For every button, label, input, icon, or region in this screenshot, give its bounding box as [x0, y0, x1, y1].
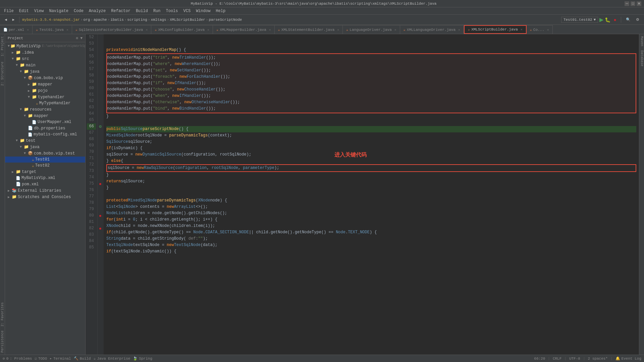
- menu-help[interactable]: Help: [213, 8, 228, 14]
- tree-item-mybatisvip[interactable]: ▼ 📁 MyBatisVip E:\workspace\VipWorkSpace…: [5, 43, 85, 49]
- structure-panel-btn[interactable]: 2: Structure: [0, 60, 5, 88]
- menu-analyze[interactable]: Analyze: [86, 8, 108, 14]
- stop-button[interactable]: ■: [612, 17, 618, 22]
- tab-close-xmlstatement[interactable]: ✕: [337, 28, 339, 32]
- tree-item-dbproperties[interactable]: 📄 db.properties: [5, 125, 85, 131]
- breadcrumb-method[interactable]: parseScriptNode: [209, 18, 242, 22]
- tab-xmllanguage[interactable]: ☕ XMLLanguageDriver.java ✕: [400, 25, 464, 34]
- tree-item-target[interactable]: ▶ 📁 target: [5, 169, 85, 175]
- menu-build[interactable]: Build: [133, 8, 151, 14]
- tree-item-typehandler[interactable]: ▼ 📁 typehandler: [5, 94, 85, 100]
- status-crlf[interactable]: CRLF: [553, 357, 561, 361]
- menu-code[interactable]: Code: [71, 8, 86, 14]
- tree-item-external-libraries[interactable]: ▶ 📚 External Libraries: [5, 187, 85, 194]
- tree-item-test-java[interactable]: ▼ 📁 java: [5, 144, 85, 150]
- tab-co[interactable]: ☕ Co... ✕: [527, 25, 553, 34]
- menu-refactor[interactable]: Refactor: [108, 8, 133, 14]
- run-config-dropdown-icon[interactable]: ▼: [594, 18, 596, 22]
- breadcrumb-org[interactable]: org: [84, 18, 90, 22]
- menu-vcs[interactable]: VCS: [181, 8, 194, 14]
- tab-per-xml[interactable]: 📄 per.xml ✕: [0, 25, 33, 34]
- tab-xmlstatement[interactable]: ☕ XMLStatementBuilder.java ✕: [275, 25, 343, 34]
- tree-item-resources[interactable]: ▼ 📁 resources: [5, 106, 85, 113]
- settings-button[interactable]: ⚙: [634, 17, 641, 22]
- minimize-button[interactable]: ─: [625, 1, 629, 6]
- tree-item-test[interactable]: ▼ 📁 test: [5, 137, 85, 144]
- status-event-log[interactable]: 🔔 Event Log: [615, 356, 641, 361]
- project-panel-settings[interactable]: ⚙ ▼: [76, 36, 83, 40]
- tree-item-idea[interactable]: ▶ 📁 .idea: [5, 49, 85, 56]
- maven-panel-btn[interactable]: Maven: [639, 34, 644, 48]
- maximize-button[interactable]: □: [631, 1, 635, 6]
- status-indent[interactable]: 2 spaces*: [588, 357, 608, 361]
- status-todo[interactable]: ☑ TODO: [35, 356, 47, 361]
- breadcrumb-project[interactable]: mybatis-3.5.4-snapshot.jar: [22, 18, 80, 22]
- tab-close-co[interactable]: ✕: [547, 28, 549, 32]
- code-content[interactable]: private void initNodeHandlerMap() { node…: [104, 34, 639, 355]
- tree-item-test02[interactable]: ☕ Test02: [5, 163, 85, 169]
- tab-close-xmlscript[interactable]: ✕: [521, 27, 523, 32]
- tab-close-languagedriver[interactable]: ✕: [394, 28, 396, 32]
- menu-run[interactable]: Run: [151, 8, 163, 14]
- tab-test01[interactable]: ☕ Test01.java ✕: [33, 25, 72, 34]
- database-panel-btn[interactable]: Database: [639, 48, 644, 68]
- tab-close-test01[interactable]: ✕: [66, 28, 68, 32]
- tree-item-resources-mapper[interactable]: ▼ 📁 mapper: [5, 113, 85, 119]
- status-encoding[interactable]: UTF-8: [569, 357, 580, 361]
- tab-close-xmlconfig[interactable]: ✕: [207, 28, 209, 32]
- tree-item-package[interactable]: ▼ 📦 com.bobo.vip: [5, 75, 85, 81]
- menu-navigate[interactable]: Navigate: [46, 8, 71, 14]
- tab-xmlconfig[interactable]: ☕ XMLConfigBuilder.java ✕: [151, 25, 213, 34]
- tree-item-mybatisconfig[interactable]: 📄 mybatis-config.xml: [5, 131, 85, 137]
- menu-edit[interactable]: Edit: [16, 8, 32, 14]
- tab-xmlscript[interactable]: ☕ XMLScriptBuilder.java ✕: [464, 25, 527, 34]
- status-position[interactable]: 66:20: [534, 357, 545, 361]
- search-everywhere-button[interactable]: 🔍: [624, 17, 633, 22]
- status-spring[interactable]: 🍃 Spring: [133, 356, 152, 361]
- run-button[interactable]: ▶: [599, 16, 603, 23]
- tab-sqlsession[interactable]: ☕ SqlSessionFactoryBuilder.java ✕: [72, 25, 152, 34]
- tab-close-xmllanguage[interactable]: ✕: [458, 28, 460, 32]
- menu-tools[interactable]: Tools: [163, 8, 181, 14]
- toolbar-forward[interactable]: ▶: [10, 17, 17, 22]
- tree-item-src[interactable]: ▼ 📁 src: [5, 56, 85, 62]
- menu-window[interactable]: Window: [193, 8, 213, 14]
- breadcrumb-class[interactable]: XMLScriptBuilder: [170, 18, 205, 22]
- tree-item-mybatisvip-xml[interactable]: 📄 MyBatisVip.xml: [5, 175, 85, 181]
- toolbar-back[interactable]: ◀: [3, 17, 9, 22]
- tree-item-scratches[interactable]: ▶ 📁 Scratches and Consoles: [5, 194, 85, 200]
- close-button[interactable]: ✕: [637, 1, 641, 6]
- tab-xmlmapper[interactable]: ☕ XMLMapperBuilder.java ✕: [213, 25, 275, 34]
- tree-item-java[interactable]: ▼ 📁 java: [5, 68, 85, 75]
- tab-languagedriver-icon: ☕: [346, 28, 348, 32]
- tab-close-per-xml[interactable]: ✕: [27, 28, 29, 32]
- tree-item-mapper[interactable]: ▶ 📁 mapper: [5, 81, 85, 87]
- breadcrumb-apache[interactable]: apache: [94, 18, 107, 22]
- tree-item-test-package[interactable]: ▼ 📦 com.bobo.vip.test: [5, 150, 85, 157]
- status-java-enterprise[interactable]: ☕ Java Enterprise: [94, 356, 130, 361]
- status-problems[interactable]: ⊘ 0: Problems: [3, 356, 32, 361]
- tab-languagedriver[interactable]: ☕ LanguageDriver.java ✕: [343, 25, 400, 34]
- window-controls[interactable]: ─ □ ✕: [625, 1, 641, 6]
- breadcrumb-scripting[interactable]: scripting: [127, 18, 147, 22]
- tree-item-mytypehandler[interactable]: ☕ MyTypeHandler: [5, 100, 85, 106]
- menu-view[interactable]: View: [32, 8, 47, 14]
- tab-close-xmlmapper[interactable]: ✕: [269, 28, 271, 32]
- run-config-selector[interactable]: Test01.test02 ▼: [561, 17, 598, 23]
- debug-button[interactable]: 🐛: [605, 17, 610, 22]
- tab-close-sqlsession[interactable]: ✕: [146, 28, 148, 32]
- breadcrumb-ibatis[interactable]: ibatis: [110, 18, 124, 22]
- project-panel-btn[interactable]: 1: Project: [0, 34, 5, 58]
- favorites-panel-btn[interactable]: 2: Favorites: [0, 300, 5, 328]
- tree-item-usermapper[interactable]: 📄 UserMapper.xml: [5, 119, 85, 125]
- status-build[interactable]: 🔨 Build: [74, 356, 91, 361]
- tree-item-test01[interactable]: ☕ Test01: [5, 157, 85, 163]
- breadcrumb-xmltags[interactable]: xmltags: [151, 18, 166, 22]
- menu-file[interactable]: File: [1, 8, 16, 14]
- code-editor[interactable]: 52 53 54 55 56 57 58 59 60 61 62 63 64 6…: [86, 34, 639, 355]
- status-terminal[interactable]: ▸ Terminal: [50, 356, 71, 361]
- persistence-panel-btn[interactable]: Persistence: [0, 328, 5, 355]
- tree-item-main[interactable]: ▼ 📁 main: [5, 62, 85, 68]
- tree-item-pojo[interactable]: ▶ 📁 pojo: [5, 87, 85, 94]
- tree-item-pom[interactable]: 📄 pom.xml: [5, 181, 85, 187]
